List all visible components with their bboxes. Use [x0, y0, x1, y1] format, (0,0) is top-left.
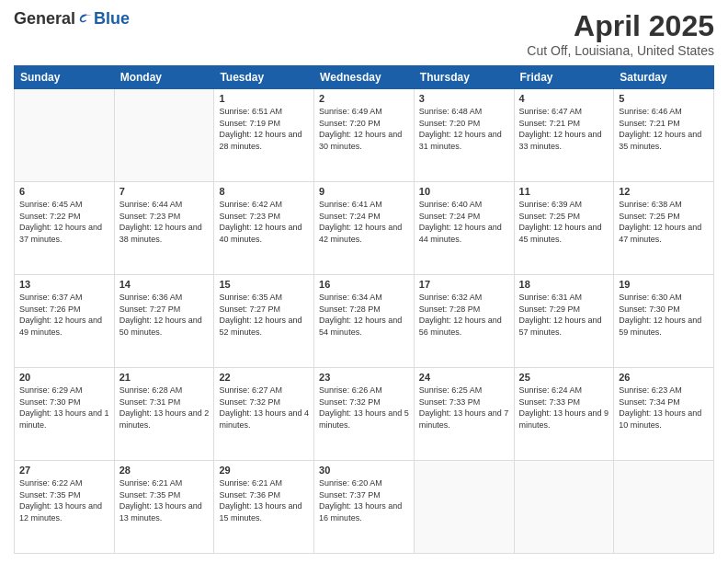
day-info: Sunrise: 6:42 AMSunset: 7:23 PMDaylight:…	[219, 199, 309, 245]
calendar-week-3: 13Sunrise: 6:37 AMSunset: 7:26 PMDayligh…	[15, 275, 714, 368]
day-number: 27	[19, 465, 109, 476]
calendar-cell: 11Sunrise: 6:39 AMSunset: 7:25 PMDayligh…	[514, 182, 614, 275]
day-info: Sunrise: 6:29 AMSunset: 7:30 PMDaylight:…	[19, 385, 109, 431]
day-info: Sunrise: 6:39 AMSunset: 7:25 PMDaylight:…	[519, 199, 609, 245]
title-section: April 2025 Cut Off, Louisiana, United St…	[527, 9, 714, 58]
day-number: 12	[619, 186, 709, 197]
calendar-cell: 3Sunrise: 6:48 AMSunset: 7:20 PMDaylight…	[414, 89, 514, 182]
logo: General Blue	[14, 9, 130, 29]
header: General Blue April 2025 Cut Off, Louisia…	[14, 9, 714, 58]
day-number: 9	[319, 186, 409, 197]
day-number: 28	[119, 465, 210, 476]
day-number: 21	[119, 372, 210, 383]
calendar-cell: 12Sunrise: 6:38 AMSunset: 7:25 PMDayligh…	[614, 182, 714, 275]
calendar-cell: 19Sunrise: 6:30 AMSunset: 7:30 PMDayligh…	[614, 275, 714, 368]
calendar-cell: 13Sunrise: 6:37 AMSunset: 7:26 PMDayligh…	[15, 275, 115, 368]
calendar-cell: 21Sunrise: 6:28 AMSunset: 7:31 PMDayligh…	[114, 368, 214, 461]
day-info: Sunrise: 6:20 AMSunset: 7:37 PMDaylight:…	[319, 477, 409, 523]
calendar-cell: 5Sunrise: 6:46 AMSunset: 7:21 PMDaylight…	[614, 89, 714, 182]
day-number: 17	[419, 279, 509, 290]
day-info: Sunrise: 6:30 AMSunset: 7:30 PMDaylight:…	[619, 292, 709, 338]
day-info: Sunrise: 6:35 AMSunset: 7:27 PMDaylight:…	[219, 292, 309, 338]
calendar-cell: 22Sunrise: 6:27 AMSunset: 7:32 PMDayligh…	[214, 368, 314, 461]
page: General Blue April 2025 Cut Off, Louisia…	[0, 0, 728, 563]
calendar-cell: 6Sunrise: 6:45 AMSunset: 7:22 PMDaylight…	[15, 182, 115, 275]
day-number: 19	[619, 279, 709, 290]
calendar-header-tuesday: Tuesday	[214, 66, 314, 89]
day-info: Sunrise: 6:38 AMSunset: 7:25 PMDaylight:…	[619, 199, 709, 245]
day-number: 11	[519, 186, 609, 197]
calendar-week-4: 20Sunrise: 6:29 AMSunset: 7:30 PMDayligh…	[15, 368, 714, 461]
day-number: 6	[19, 186, 109, 197]
day-number: 16	[319, 279, 409, 290]
calendar-cell: 17Sunrise: 6:32 AMSunset: 7:28 PMDayligh…	[414, 275, 514, 368]
day-number: 25	[519, 372, 609, 383]
day-number: 7	[119, 186, 210, 197]
calendar-cell: 2Sunrise: 6:49 AMSunset: 7:20 PMDaylight…	[314, 89, 415, 182]
subtitle: Cut Off, Louisiana, United States	[527, 43, 714, 58]
day-number: 24	[419, 372, 509, 383]
day-number: 3	[419, 93, 509, 104]
day-number: 22	[219, 372, 309, 383]
calendar-cell: 30Sunrise: 6:20 AMSunset: 7:37 PMDayligh…	[314, 461, 415, 554]
calendar-cell	[15, 89, 115, 182]
day-number: 2	[319, 93, 409, 104]
calendar-cell: 7Sunrise: 6:44 AMSunset: 7:23 PMDaylight…	[114, 182, 214, 275]
day-info: Sunrise: 6:26 AMSunset: 7:32 PMDaylight:…	[319, 385, 409, 431]
calendar-cell: 16Sunrise: 6:34 AMSunset: 7:28 PMDayligh…	[314, 275, 415, 368]
day-number: 13	[19, 279, 109, 290]
day-info: Sunrise: 6:37 AMSunset: 7:26 PMDaylight:…	[19, 292, 109, 338]
calendar-cell: 29Sunrise: 6:21 AMSunset: 7:36 PMDayligh…	[214, 461, 314, 554]
day-info: Sunrise: 6:49 AMSunset: 7:20 PMDaylight:…	[319, 106, 409, 152]
day-number: 5	[619, 93, 709, 104]
calendar-cell: 8Sunrise: 6:42 AMSunset: 7:23 PMDaylight…	[214, 182, 314, 275]
calendar-cell: 18Sunrise: 6:31 AMSunset: 7:29 PMDayligh…	[514, 275, 614, 368]
day-number: 14	[119, 279, 210, 290]
calendar-cell: 10Sunrise: 6:40 AMSunset: 7:24 PMDayligh…	[414, 182, 514, 275]
day-info: Sunrise: 6:47 AMSunset: 7:21 PMDaylight:…	[519, 106, 609, 152]
calendar-cell	[414, 461, 514, 554]
day-number: 4	[519, 93, 609, 104]
calendar-header-row: SundayMondayTuesdayWednesdayThursdayFrid…	[15, 66, 714, 89]
calendar-cell: 26Sunrise: 6:23 AMSunset: 7:34 PMDayligh…	[614, 368, 714, 461]
calendar-cell	[514, 461, 614, 554]
day-info: Sunrise: 6:46 AMSunset: 7:21 PMDaylight:…	[619, 106, 709, 152]
calendar-table: SundayMondayTuesdayWednesdayThursdayFrid…	[14, 65, 714, 554]
day-info: Sunrise: 6:28 AMSunset: 7:31 PMDaylight:…	[119, 385, 210, 431]
day-number: 10	[419, 186, 509, 197]
day-info: Sunrise: 6:34 AMSunset: 7:28 PMDaylight:…	[319, 292, 409, 338]
day-info: Sunrise: 6:22 AMSunset: 7:35 PMDaylight:…	[19, 477, 109, 523]
calendar-cell: 27Sunrise: 6:22 AMSunset: 7:35 PMDayligh…	[15, 461, 115, 554]
day-info: Sunrise: 6:36 AMSunset: 7:27 PMDaylight:…	[119, 292, 210, 338]
logo-general-text: General	[14, 9, 75, 29]
day-number: 26	[619, 372, 709, 383]
day-info: Sunrise: 6:25 AMSunset: 7:33 PMDaylight:…	[419, 385, 509, 431]
calendar-header-saturday: Saturday	[614, 66, 714, 89]
day-number: 20	[19, 372, 109, 383]
calendar-cell: 24Sunrise: 6:25 AMSunset: 7:33 PMDayligh…	[414, 368, 514, 461]
calendar-header-sunday: Sunday	[15, 66, 115, 89]
calendar-cell: 20Sunrise: 6:29 AMSunset: 7:30 PMDayligh…	[15, 368, 115, 461]
calendar-cell: 23Sunrise: 6:26 AMSunset: 7:32 PMDayligh…	[314, 368, 415, 461]
calendar-week-5: 27Sunrise: 6:22 AMSunset: 7:35 PMDayligh…	[15, 461, 714, 554]
day-info: Sunrise: 6:41 AMSunset: 7:24 PMDaylight:…	[319, 199, 409, 245]
calendar-header-wednesday: Wednesday	[314, 66, 415, 89]
day-info: Sunrise: 6:24 AMSunset: 7:33 PMDaylight:…	[519, 385, 609, 431]
calendar-header-friday: Friday	[514, 66, 614, 89]
main-title: April 2025	[527, 9, 714, 43]
day-number: 23	[319, 372, 409, 383]
day-info: Sunrise: 6:32 AMSunset: 7:28 PMDaylight:…	[419, 292, 509, 338]
calendar-header-thursday: Thursday	[414, 66, 514, 89]
calendar-cell	[114, 89, 214, 182]
day-number: 29	[219, 465, 309, 476]
calendar-cell: 9Sunrise: 6:41 AMSunset: 7:24 PMDaylight…	[314, 182, 415, 275]
day-info: Sunrise: 6:44 AMSunset: 7:23 PMDaylight:…	[119, 199, 210, 245]
day-number: 18	[519, 279, 609, 290]
calendar-week-2: 6Sunrise: 6:45 AMSunset: 7:22 PMDaylight…	[15, 182, 714, 275]
calendar-cell: 1Sunrise: 6:51 AMSunset: 7:19 PMDaylight…	[214, 89, 314, 182]
day-info: Sunrise: 6:51 AMSunset: 7:19 PMDaylight:…	[219, 106, 309, 152]
day-number: 15	[219, 279, 309, 290]
day-info: Sunrise: 6:21 AMSunset: 7:35 PMDaylight:…	[119, 477, 210, 523]
day-info: Sunrise: 6:31 AMSunset: 7:29 PMDaylight:…	[519, 292, 609, 338]
day-info: Sunrise: 6:40 AMSunset: 7:24 PMDaylight:…	[419, 199, 509, 245]
